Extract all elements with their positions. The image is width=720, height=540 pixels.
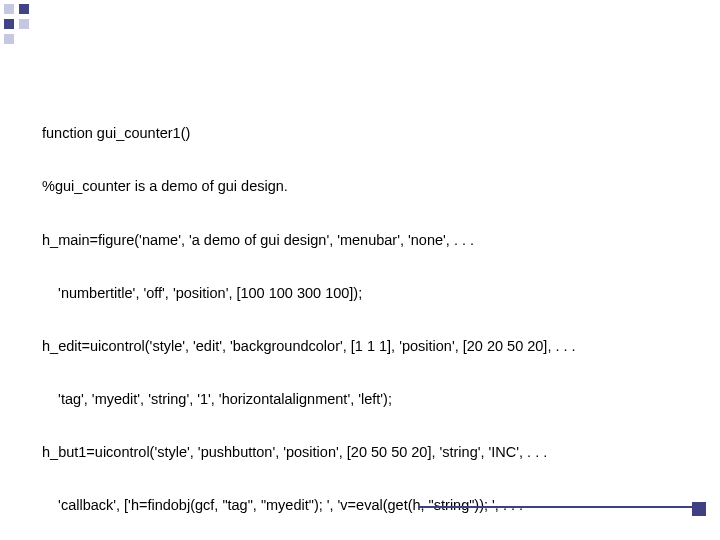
code-line: function gui_counter1() — [42, 125, 690, 143]
deco-bullet — [4, 19, 14, 29]
deco-bullet — [19, 19, 29, 29]
code-line: h_but1=uicontrol('style', 'pushbutton', … — [42, 444, 690, 462]
code-line: 'tag', 'myedit', 'string', '1', 'horizon… — [42, 391, 690, 409]
code-line: h_edit=uicontrol('style', 'edit', 'backg… — [42, 338, 690, 356]
code-line: %gui_counter is a demo of gui design. — [42, 178, 690, 196]
deco-bullet — [19, 4, 29, 14]
deco-bullet — [4, 34, 14, 44]
deco-square — [692, 502, 706, 516]
deco-line — [418, 506, 698, 508]
code-block: function gui_counter1() %gui_counter is … — [42, 90, 690, 540]
deco-bullet — [4, 4, 14, 14]
code-line: h_main=figure('name', 'a demo of gui des… — [42, 232, 690, 250]
code-line: 'numbertitle', 'off', 'position', [100 1… — [42, 285, 690, 303]
